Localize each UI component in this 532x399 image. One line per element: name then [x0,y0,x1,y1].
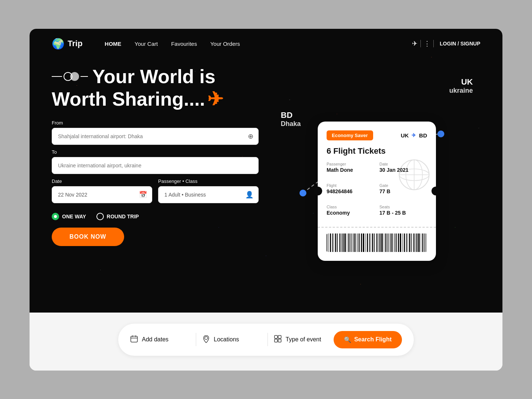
svg-rect-8 [131,336,137,342]
ticket-seats: Seats 17 B - 25 B [379,205,427,216]
location-search-icon [202,335,210,345]
passenger-input[interactable] [158,186,259,203]
ticket-globe [398,158,431,191]
svg-point-12 [205,337,208,340]
barcode [327,233,427,252]
nav-cart[interactable]: Your Cart [134,41,158,47]
from-label: From [52,120,259,126]
svg-point-0 [300,190,307,197]
calendar-search-icon [130,335,138,345]
search-flight-icon: 🔍 [344,336,351,343]
to-label: To [52,149,259,155]
logo-icon: 🌍 [52,38,65,50]
plane-icon: ✈ [412,40,417,48]
svg-rect-16 [278,339,281,342]
svg-point-1 [437,130,444,137]
book-now-button[interactable]: BOOK NOW [52,228,124,246]
passenger-label: Passenger • Class [158,178,259,184]
ticket-plane-arrow: ✈ [412,132,416,138]
location-bd: BD Dhaka [281,110,301,128]
hero-title-line2: Worth Sharing....✈ [52,89,259,110]
ticket-passenger: Passenger Math Done [327,162,374,173]
person-icon: 👤 [245,191,253,199]
nav-divider [420,40,421,47]
ticket-notch-right [432,187,440,195]
login-button[interactable]: LOGIN / SIGNUP [440,41,480,47]
route-indicator: UK ✈ BD [401,132,427,139]
economy-badge: Economy Saver [327,130,373,140]
add-dates-item[interactable]: Add dates [130,335,190,345]
title-decoration [52,72,88,81]
locations-label: Locations [214,336,239,343]
one-way-dot [52,213,59,220]
ticket-notch-left [313,187,322,195]
type-of-event-label: Type of event [286,336,321,343]
type-of-event-item[interactable]: Type of event [274,335,334,345]
calendar-icon: 📅 [139,191,147,199]
ticket-title: 6 Flight Tickets [327,146,427,156]
search-flight-button[interactable]: 🔍 Search Flight [334,331,402,348]
locations-item[interactable]: Locations [202,335,262,345]
nav-icons: ✈ ⋮ [412,40,434,48]
nav-divider-2 [433,40,434,47]
svg-rect-13 [274,335,277,338]
bottom-search-bar: Add dates Locations [118,324,414,356]
nav-right: ✈ ⋮ LOGIN / SIGNUP [412,40,480,48]
hero-title-line1: Your World is [92,66,215,87]
logo: 🌍 Trip [52,38,82,50]
svg-rect-14 [278,335,281,338]
date-input[interactable] [52,186,152,203]
nav-links: HOME Your Cart Favourites Your Orders [105,41,240,47]
add-dates-label: Add dates [142,336,168,343]
event-type-icon [274,335,282,345]
nav-favourites[interactable]: Favourites [171,41,197,47]
search-divider-2 [267,333,268,346]
plus-icon: ⊕ [248,132,253,140]
one-way-radio[interactable]: ONE WAY [52,213,86,220]
bottom-bar-wrapper: Add dates Locations [30,313,502,371]
ticket-flight: Flight 948264846 [327,183,374,194]
date-label: Date [52,178,152,184]
logo-text: Trip [68,39,82,48]
ticket-divider [318,227,436,228]
ticket-card: Economy Saver UK ✈ BD 6 Flight Tickets P… [318,122,436,261]
nav-orders[interactable]: Your Orders [210,41,240,47]
nav-home[interactable]: HOME [105,41,121,47]
to-input[interactable] [52,157,259,174]
svg-rect-15 [274,339,277,342]
search-divider-1 [196,333,196,346]
round-trip-radio[interactable]: ROUND TRIP [96,213,139,220]
ticket-class: Class Economy [327,205,374,216]
from-input[interactable] [52,128,259,145]
filter-icon: ⋮ [424,40,430,48]
round-trip-dot [96,213,104,220]
location-uk: UK ukraine [449,77,473,95]
